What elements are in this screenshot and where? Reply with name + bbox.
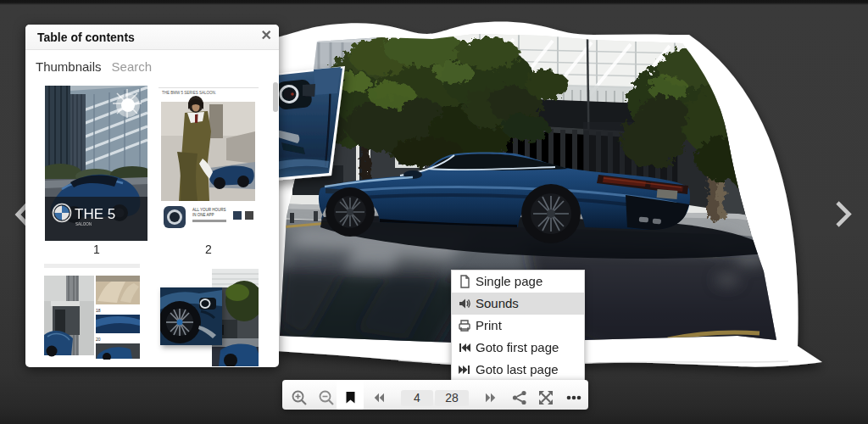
svg-text:18: 18	[96, 308, 101, 313]
svg-text:ALL YOUR HOURS: ALL YOUR HOURS	[192, 208, 226, 212]
svg-text:20: 20	[96, 337, 101, 342]
svg-text:THE BMW 5 SERIES SALOON.: THE BMW 5 SERIES SALOON.	[162, 91, 216, 95]
svg-text:THE 5: THE 5	[75, 206, 115, 222]
svg-text:SALOON: SALOON	[75, 222, 92, 226]
svg-text:IN ONE APP: IN ONE APP	[192, 213, 214, 217]
